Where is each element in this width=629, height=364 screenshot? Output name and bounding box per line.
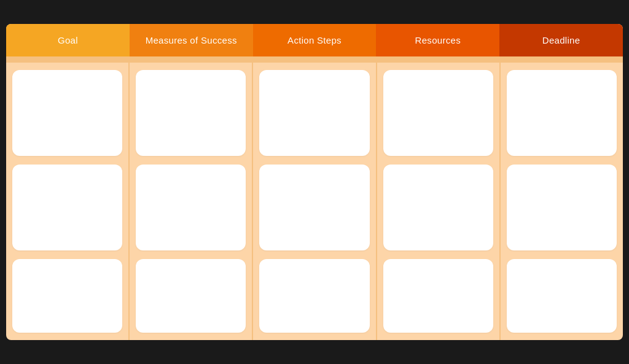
cell-goal-3[interactable] — [12, 259, 122, 333]
header-deadline: Deadline — [499, 24, 623, 56]
column-deadline — [501, 63, 623, 340]
cell-measures-2[interactable] — [136, 165, 246, 250]
cell-measures-1[interactable] — [136, 70, 246, 156]
subheader-bar — [6, 56, 623, 63]
cell-resources-2[interactable] — [383, 165, 493, 250]
cell-measures-3[interactable] — [136, 259, 246, 333]
cell-resources-1[interactable] — [383, 70, 493, 156]
header-resources: Resources — [376, 24, 499, 56]
column-goal — [6, 63, 130, 340]
grid-body — [6, 63, 623, 340]
cell-action-3[interactable] — [259, 259, 369, 333]
planning-table: Goal Measures of Success Action Steps Re… — [6, 24, 623, 340]
cell-deadline-3[interactable] — [507, 259, 617, 333]
cell-action-1[interactable] — [259, 70, 369, 156]
cell-deadline-2[interactable] — [507, 165, 617, 250]
cell-goal-2[interactable] — [12, 165, 122, 250]
column-resources — [377, 63, 501, 340]
cell-resources-3[interactable] — [383, 259, 493, 333]
header-row: Goal Measures of Success Action Steps Re… — [6, 24, 623, 56]
cell-deadline-1[interactable] — [507, 70, 617, 156]
cell-action-2[interactable] — [259, 165, 369, 250]
cell-goal-1[interactable] — [12, 70, 122, 156]
column-action — [253, 63, 377, 340]
header-goal: Goal — [6, 24, 130, 56]
header-measures: Measures of Success — [130, 24, 253, 56]
column-measures — [130, 63, 253, 340]
header-action: Action Steps — [253, 24, 377, 56]
